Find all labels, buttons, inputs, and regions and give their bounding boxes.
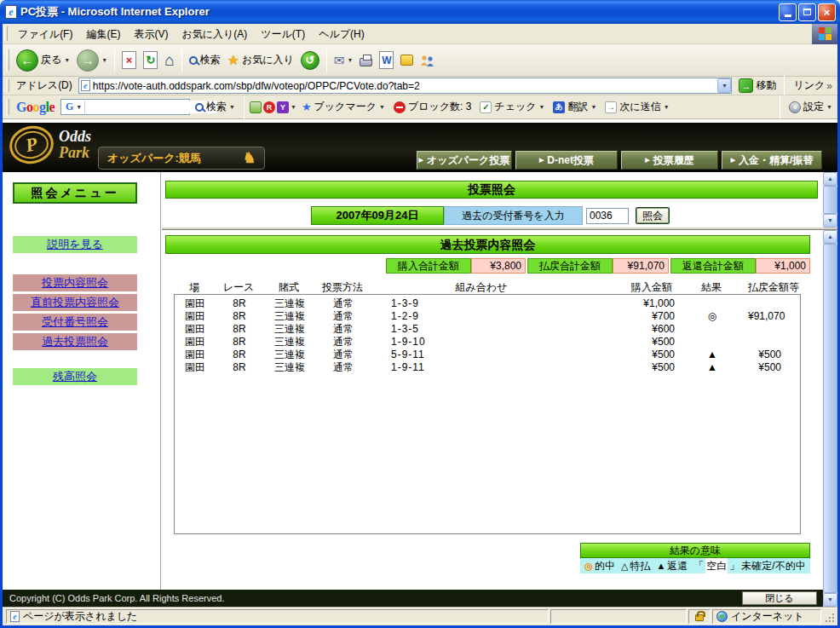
links-label[interactable]: リンク <box>788 78 826 93</box>
padlock-icon <box>695 614 704 621</box>
mail-button[interactable]: ✉ ▼ <box>331 52 357 68</box>
home-button[interactable]: ⌂ <box>161 50 177 70</box>
menu-file[interactable]: ファイル(F) <box>11 26 79 43</box>
scroll-down-button[interactable]: ▼ <box>823 214 837 228</box>
mail-dropdown-icon[interactable]: ▼ <box>347 57 353 63</box>
horse-icon: ♞ <box>243 151 256 165</box>
table-row: 園田8R三連複通常1-3-5¥600 <box>175 323 800 336</box>
restore-button[interactable] <box>798 3 816 21</box>
sidebar-item-receipt-number[interactable]: 受付番号照会 <box>13 314 137 331</box>
spellcheck-button[interactable]: ✓ チェック ▼ <box>476 98 548 116</box>
back-button[interactable]: ← 戻る ▼ <box>13 48 73 73</box>
vote-table: 園田8R三連複通常1-3-9¥1,000 園田8R三連複通常1-2-9¥700◎… <box>174 294 801 534</box>
search-icon <box>189 56 198 65</box>
history-button[interactable]: ↺ <box>297 49 323 72</box>
legend-body: ◎的中 △特払 ▲返還 「空白」未確定/不的中 <box>580 558 810 573</box>
inquiry-frame-scrollbar[interactable]: ▲ ▼ <box>823 172 837 228</box>
scroll-down-button[interactable]: ▼ <box>823 593 837 607</box>
table-row: 園田8R三連複通常1-9-11¥500▲¥500 <box>175 361 800 374</box>
history-icon: ↺ <box>301 51 319 70</box>
nav-vote-history-button[interactable]: ▶投票履歴 <box>621 151 718 170</box>
menu-edit[interactable]: 編集(E) <box>79 26 127 43</box>
browser-viewport: P Odds Park オッズパーク:競馬 ♞ ▶オッズパーク投票 ▶D-net… <box>3 119 837 607</box>
inquiry-submit-button[interactable]: 照会 <box>636 207 670 224</box>
search-label: 検索 <box>200 53 221 67</box>
translate-button[interactable]: あ 翻訳 ▼ <box>549 98 600 116</box>
dropdown-icon[interactable]: ▼ <box>538 104 544 110</box>
forward-button[interactable]: → ▼ <box>73 48 111 73</box>
toolbar-separator <box>326 49 327 72</box>
blank-chip: 空白 <box>705 558 728 573</box>
scroll-thumb[interactable] <box>823 186 837 214</box>
menu-favorites[interactable]: お気に入り(A) <box>175 26 254 43</box>
r-badge-icon[interactable]: R <box>263 101 275 113</box>
sidebar-item-past-votes[interactable]: 過去投票照会 <box>13 333 137 350</box>
y-badge-icon[interactable]: Y <box>277 101 289 113</box>
dropdown-icon[interactable]: ▼ <box>379 104 385 110</box>
scroll-up-button[interactable]: ▲ <box>823 230 837 244</box>
refresh-button[interactable]: ↻ <box>140 49 161 71</box>
menubar-grip[interactable] <box>4 26 8 40</box>
dropdown-icon[interactable]: ▼ <box>826 104 832 110</box>
send-to-icon: → <box>605 101 617 113</box>
col-race: レース <box>215 280 262 294</box>
receipt-number-input[interactable] <box>586 208 629 224</box>
standard-toolbar: ← 戻る ▼ → ▼ × ↻ ⌂ 検索 ★ <box>3 44 837 77</box>
go-label: 移動 <box>756 78 776 93</box>
google-search-button[interactable]: 検索 ▼ <box>192 98 239 116</box>
pagerank-icon[interactable] <box>250 101 262 113</box>
oddspark-logo[interactable]: P Odds Park <box>9 126 91 164</box>
favorites-button[interactable]: ★ お気に入り <box>224 51 297 69</box>
sidebar-item-recent-vote-content[interactable]: 直前投票内容照会 <box>13 294 137 311</box>
minimize-button[interactable] <box>779 3 797 21</box>
discuss-button[interactable] <box>397 53 417 67</box>
address-dropdown-icon[interactable]: ▼ <box>717 78 731 93</box>
send-to-button[interactable]: → 次に送信 ▼ <box>601 98 672 116</box>
google-bookmarks-button[interactable]: ★ ブックマーク ▼ <box>298 98 388 116</box>
menu-view[interactable]: 表示(V) <box>127 26 175 43</box>
sidebar-item-balance[interactable]: 残高照会 <box>13 368 137 385</box>
google-search-dropdown-icon[interactable]: ▼ <box>76 104 82 110</box>
col-bet-type: 賭式 <box>262 280 315 294</box>
back-dropdown-icon[interactable]: ▼ <box>64 57 70 63</box>
title-bar[interactable]: e PC投票 - Microsoft Internet Explorer × <box>0 0 840 24</box>
dropdown-icon[interactable]: ▼ <box>291 104 296 110</box>
close-window-button[interactable]: × <box>818 3 836 21</box>
google-settings-button[interactable]: 設定 ▼ <box>785 98 836 116</box>
dropdown-icon[interactable]: ▼ <box>590 104 596 110</box>
windows-logo-icon <box>812 24 837 44</box>
popup-blocker-button[interactable]: ブロック数: 3 <box>390 98 475 116</box>
search-button[interactable]: 検索 <box>186 51 224 69</box>
sidebar-item-vote-content[interactable]: 投票内容照会 <box>13 274 137 291</box>
sidebar-item-explanation[interactable]: 説明を見る <box>13 236 137 253</box>
nav-deposit-settle-button[interactable]: ▶入金・精算/振替 <box>722 151 822 170</box>
spellcheck-icon: ✓ <box>480 101 492 113</box>
close-page-button[interactable]: 閉じる <box>742 591 817 605</box>
links-chevron-icon[interactable]: » <box>826 80 836 92</box>
toolbar-grip[interactable] <box>6 49 9 72</box>
nav-oddspark-vote-button[interactable]: ▶オッズパーク投票 <box>417 151 512 170</box>
results-frame-scrollbar[interactable]: ▲ ▼ <box>823 230 837 607</box>
dropdown-icon[interactable]: ▼ <box>664 104 670 110</box>
edit-button[interactable]: W <box>376 49 397 71</box>
window-controls: × <box>777 3 836 21</box>
stop-button[interactable]: × <box>118 49 140 71</box>
status-empty-pane <box>550 609 687 624</box>
menu-help[interactable]: ヘルプ(H) <box>312 26 371 43</box>
scroll-up-button[interactable]: ▲ <box>823 172 837 186</box>
keiba-badge-label: オッズパーク:競馬 <box>107 151 201 166</box>
go-button[interactable]: → 移動 <box>734 78 780 94</box>
messenger-button[interactable] <box>417 53 438 68</box>
menu-tools[interactable]: ツール(T) <box>254 26 312 43</box>
resize-grip[interactable] <box>823 610 836 624</box>
nav-dnet-vote-button[interactable]: ▶D-net投票 <box>515 151 618 170</box>
forward-dropdown-icon[interactable]: ▼ <box>101 57 107 63</box>
address-input[interactable] <box>90 79 718 92</box>
addressbar-grip[interactable] <box>6 79 9 92</box>
print-button[interactable] <box>356 52 376 68</box>
googlebar-grip[interactable] <box>6 99 9 115</box>
toolbar-separator <box>244 95 245 119</box>
scroll-thumb[interactable] <box>823 244 837 593</box>
globe-icon <box>716 611 728 622</box>
dropdown-icon[interactable]: ▼ <box>229 104 235 110</box>
